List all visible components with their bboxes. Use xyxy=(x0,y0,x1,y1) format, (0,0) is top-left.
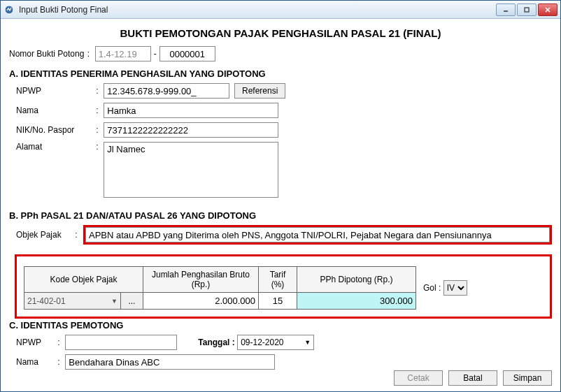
colon: : xyxy=(84,49,92,59)
pemotong-nama-label: Nama xyxy=(16,357,55,367)
alamat-field[interactable]: Jl Namec xyxy=(104,142,278,198)
window-controls xyxy=(496,3,558,16)
alamat-row: Alamat : Jl Namec xyxy=(16,142,552,198)
table-header-row: Kode Objek Pajak Jumlah Penghasilan Brut… xyxy=(24,267,416,293)
pemotong-npwp-field[interactable] xyxy=(65,335,177,350)
table-highlight: Kode Objek Pajak Jumlah Penghasilan Brut… xyxy=(15,254,552,319)
th-kode: Kode Objek Pajak xyxy=(24,267,143,293)
bruto-field[interactable] xyxy=(143,293,258,309)
cetak-button: Cetak xyxy=(394,370,443,386)
nomor-label: Nomor Bukti Potong xyxy=(9,49,84,59)
chevron-down-icon: ▼ xyxy=(304,339,311,346)
content-area: BUKTI PEMOTONGAN PAJAK PENGHASILAN PASAL… xyxy=(1,19,560,379)
pemotong-nama-row: Nama : xyxy=(16,354,552,370)
th-tarif: Tarif (%) xyxy=(259,267,297,293)
objek-label: Objek Pajak xyxy=(16,230,72,240)
section-a-title: A. IDENTITAS PENERIMA PENGHASILAN YANG D… xyxy=(9,68,552,79)
nik-field[interactable] xyxy=(104,122,278,138)
minimize-button[interactable] xyxy=(496,3,516,16)
tarif-field[interactable] xyxy=(259,293,297,309)
nama-field[interactable] xyxy=(104,103,278,118)
dash: - xyxy=(154,49,157,59)
window-title: Input Bukti Potong Final xyxy=(19,5,496,15)
page-title: BUKTI PEMOTONGAN PAJAK PENGHASILAN PASAL… xyxy=(9,27,552,39)
npwp-label: NPWP xyxy=(16,86,93,96)
alamat-label: Alamat xyxy=(16,142,93,152)
maximize-button[interactable] xyxy=(517,3,537,16)
nomor-prefix-field xyxy=(95,46,151,61)
th-bruto: Jumlah Penghasilan Bruto (Rp.) xyxy=(143,267,259,293)
tanggal-value: 09-12-2020 xyxy=(241,337,283,347)
tanggal-label: Tanggal : xyxy=(198,337,234,347)
npwp-field[interactable] xyxy=(104,83,229,99)
close-button[interactable] xyxy=(538,3,558,16)
tanggal-picker[interactable]: 09-12-2020 ▼ xyxy=(237,335,314,350)
titlebar: Input Bukti Potong Final xyxy=(1,1,560,19)
nama-row: Nama : xyxy=(16,103,552,118)
nik-row: NIK/No. Paspor : xyxy=(16,122,552,138)
objek-row: Objek Pajak : xyxy=(16,225,552,245)
table-row: 21-402-01 ▼ ... xyxy=(24,293,416,310)
kode-value: 21-402-01 xyxy=(27,296,66,306)
nomor-value-field[interactable] xyxy=(159,46,215,61)
objek-highlight xyxy=(83,225,552,245)
ellipsis-button[interactable]: ... xyxy=(121,293,143,309)
pemotong-npwp-label: NPWP xyxy=(16,337,55,347)
nik-label: NIK/No. Paspor xyxy=(16,125,93,135)
nomor-row: Nomor Bukti Potong : - xyxy=(9,46,552,61)
app-icon xyxy=(3,4,15,15)
gol-label: Gol : xyxy=(423,283,441,293)
pemotong-npwp-row: NPWP : Tanggal : 09-12-2020 ▼ xyxy=(16,335,552,350)
nama-label: Nama xyxy=(16,106,93,115)
section-c-title: C. IDENTITAS PEMOTONG xyxy=(9,320,552,331)
app-window: Input Bukti Potong Final BUKTI PEMOTONGA… xyxy=(0,0,561,392)
npwp-row: NPWP : Referensi xyxy=(16,83,552,99)
gol-select[interactable]: IV xyxy=(443,280,467,296)
chevron-down-icon: ▼ xyxy=(111,298,118,305)
objek-pajak-field[interactable] xyxy=(85,227,550,242)
pemotong-nama-field[interactable] xyxy=(65,354,275,370)
section-b-title: B. PPh PASAL 21 DAN/ATAU PASAL 26 YANG D… xyxy=(9,210,552,221)
referensi-button[interactable]: Referensi xyxy=(234,83,285,99)
svg-rect-2 xyxy=(525,8,529,12)
action-buttons: Cetak Batal Simpan xyxy=(394,370,552,386)
simpan-button[interactable]: Simpan xyxy=(503,370,552,386)
dipotong-field[interactable] xyxy=(297,293,416,309)
th-dipotong: PPh Dipotong (Rp.) xyxy=(297,267,416,293)
tax-table: Kode Objek Pajak Jumlah Penghasilan Brut… xyxy=(24,266,416,310)
kode-dropdown[interactable]: 21-402-01 ▼ xyxy=(24,293,120,309)
batal-button[interactable]: Batal xyxy=(448,370,497,386)
